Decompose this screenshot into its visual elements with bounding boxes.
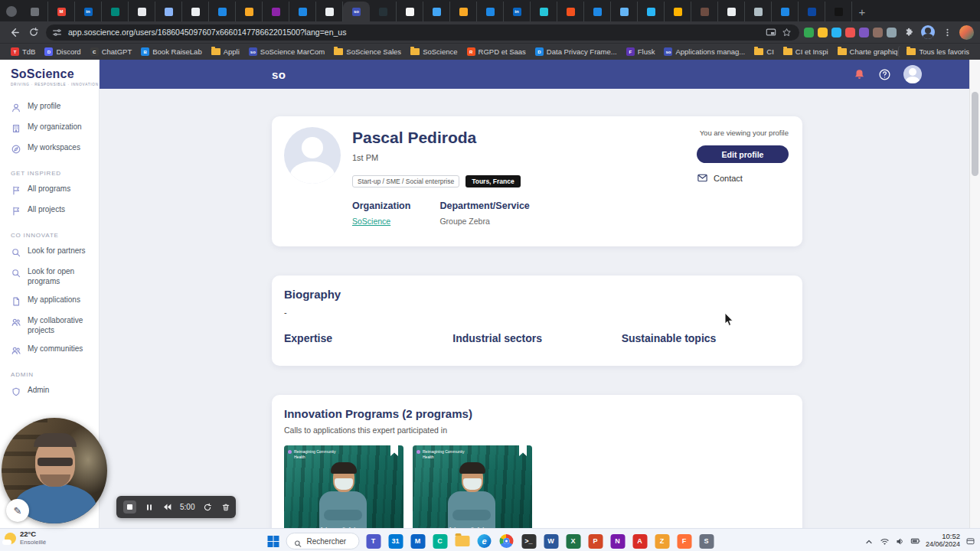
bookmark-item[interactable]: BBook RaiseLab — [138, 46, 204, 57]
browser-tab[interactable] — [209, 2, 236, 21]
extension-icon[interactable] — [818, 28, 828, 37]
bookmark-all-favorites[interactable]: Tous les favoris — [898, 46, 972, 57]
scrollbar-thumb[interactable] — [972, 92, 978, 176]
browser-tab[interactable]: in — [75, 2, 102, 21]
browser-tab[interactable] — [825, 2, 852, 21]
taskbar-icon-excel[interactable]: X — [564, 531, 583, 551]
browser-tab[interactable] — [691, 2, 718, 21]
edit-profile-button[interactable]: Edit profile — [697, 145, 789, 163]
browser-tab[interactable] — [611, 2, 638, 21]
back-button[interactable] — [6, 24, 21, 40]
bookmark-item[interactable]: DData Privacy Frame... — [532, 46, 620, 57]
sidebar-item-look-for-partners[interactable]: Look for partners — [11, 242, 99, 262]
sidebar-item-my-communities[interactable]: My communities — [11, 340, 99, 360]
browser-tab[interactable] — [423, 2, 450, 21]
bookmark-item[interactable]: TTdB — [8, 46, 38, 57]
stop-record-button[interactable] — [123, 500, 136, 514]
taskbar-icon-onenote[interactable]: N — [608, 531, 628, 551]
taskbar-icon-word[interactable]: W — [541, 531, 561, 551]
taskbar-icon-calendar[interactable]: 31 — [386, 531, 406, 551]
url-bar[interactable]: app.soscience.org/users/1686045097607x66… — [46, 24, 799, 41]
browser-tab[interactable] — [584, 2, 611, 21]
bookmark-item[interactable]: RRGPD et Saas — [464, 46, 529, 57]
browser-tab[interactable] — [182, 2, 209, 21]
browser-tab[interactable] — [370, 2, 397, 21]
bookmark-item[interactable]: SoScience Sales — [331, 46, 404, 57]
browser-tab[interactable] — [745, 2, 772, 21]
picture-in-picture-icon[interactable] — [766, 27, 777, 38]
taskbar-icon-acrobat[interactable]: A — [630, 531, 650, 551]
taskbar-icon-camera[interactable]: C — [430, 531, 450, 551]
taskbar-clock[interactable]: 10:52 24/06/2024 — [926, 532, 960, 549]
soscience-logo[interactable]: SoScience DRIVING · RESPONSIBLE · INNOVA… — [11, 67, 99, 86]
rewind-button[interactable] — [162, 501, 173, 513]
extension-icon[interactable] — [831, 28, 841, 37]
taskbar-icon-chrome[interactable] — [497, 531, 517, 551]
extension-icon[interactable] — [845, 28, 855, 37]
browser-tab[interactable] — [450, 2, 477, 21]
notification-center-icon[interactable] — [965, 536, 975, 546]
taskbar-icon-firefox[interactable]: F — [675, 531, 694, 551]
taskbar-icon-powerpoint[interactable]: P — [586, 531, 606, 551]
taskbar-search[interactable]: Rechercher — [286, 533, 360, 549]
taskbar-icon-teams[interactable]: T — [364, 531, 384, 551]
annotation-tool-button[interactable]: ✎ — [6, 499, 29, 522]
volume-icon[interactable] — [895, 536, 905, 546]
account-avatar[interactable] — [959, 25, 974, 40]
browser-tab[interactable] — [772, 2, 799, 21]
browser-tab[interactable] — [21, 2, 48, 21]
user-avatar[interactable] — [903, 65, 922, 83]
taskbar-icon-file-explorer[interactable] — [452, 531, 472, 551]
sidebar-item-all-programs[interactable]: All programs — [11, 180, 99, 201]
browser-tab[interactable] — [316, 2, 343, 21]
extension-icon[interactable] — [859, 28, 869, 37]
browser-tab[interactable] — [236, 2, 263, 21]
browser-tab[interactable] — [129, 2, 155, 21]
browser-tab[interactable] — [477, 2, 504, 21]
bookmark-star-icon[interactable] — [782, 27, 793, 38]
app-logo[interactable]: so — [272, 68, 286, 81]
bookmark-item[interactable]: Appli — [208, 46, 243, 57]
tab-search-icon[interactable] — [6, 6, 17, 17]
browser-tab[interactable] — [289, 2, 316, 21]
taskbar-icon-mail[interactable]: M — [408, 531, 428, 551]
pause-button[interactable] — [143, 501, 155, 513]
battery-icon[interactable] — [910, 536, 920, 546]
program-card[interactable]: Reimagining Community HealthJohnson & Jo… — [413, 445, 532, 528]
taskbar-icon-edge[interactable]: e — [475, 531, 495, 551]
program-card[interactable]: Reimagining Community HealthJohnson & Jo… — [284, 445, 403, 528]
bookmark-item[interactable]: CI et Inspi — [780, 46, 831, 57]
sidebar-item-look-for-open-programs[interactable]: Look for open programs — [11, 262, 99, 291]
extensions-puzzle-icon[interactable] — [901, 24, 916, 40]
sidebar-item-my-collaborative-projects[interactable]: My collaborative projects — [11, 311, 99, 340]
sidebar-item-admin[interactable]: Admin — [11, 381, 99, 402]
bookmark-item[interactable]: DDiscord — [41, 46, 83, 57]
browser-tab[interactable] — [397, 2, 423, 21]
sidebar-item-my-organization[interactable]: My organization — [11, 118, 99, 139]
sidebar-item-all-projects[interactable]: All projects — [11, 201, 99, 221]
notifications-bell-icon[interactable] — [853, 68, 866, 81]
browser-tab[interactable] — [531, 2, 557, 21]
browser-tab[interactable] — [557, 2, 584, 21]
taskbar-icon-settings[interactable]: S — [697, 531, 717, 551]
browser-tab[interactable] — [102, 2, 129, 21]
sidebar-item-my-profile[interactable]: My profile — [11, 97, 99, 118]
sidebar-item-my-workspaces[interactable]: My workspaces — [11, 139, 99, 159]
extension-icon[interactable] — [887, 28, 897, 37]
bookmark-item[interactable]: CChatGPT — [87, 46, 136, 57]
bookmark-item[interactable]: FFlusk — [623, 46, 658, 57]
new-tab-button[interactable]: + — [852, 2, 872, 21]
organization-link[interactable]: SoScience — [352, 217, 410, 226]
sidebar-item-my-applications[interactable]: My applications — [11, 291, 99, 311]
menu-kebab-icon[interactable] — [939, 24, 955, 40]
bookmark-item[interactable]: soApplications manag... — [661, 46, 748, 57]
scrollbar[interactable] — [969, 60, 980, 528]
browser-tab[interactable] — [638, 2, 665, 21]
tray-chevron-icon[interactable] — [864, 536, 874, 546]
bookmark-item[interactable]: SoScience — [407, 46, 460, 57]
taskbar-icon-terminal[interactable]: >_ — [519, 531, 539, 551]
browser-tab[interactable] — [263, 2, 289, 21]
site-info-icon[interactable] — [52, 27, 64, 38]
bookmark-item[interactable]: CI — [751, 46, 777, 57]
contact-button[interactable]: Contact — [697, 172, 789, 184]
